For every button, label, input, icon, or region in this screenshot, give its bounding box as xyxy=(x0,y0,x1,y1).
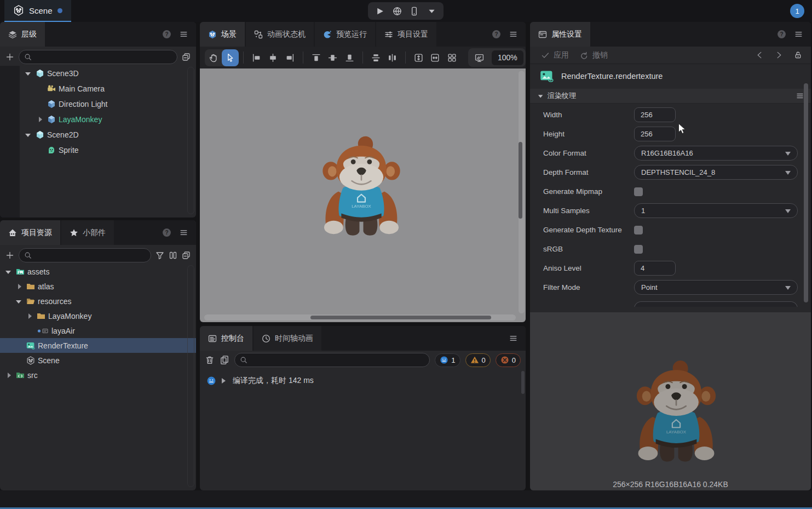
add-node-button[interactable] xyxy=(5,53,14,61)
tab-hierarchy[interactable]: 层级 xyxy=(0,22,46,47)
hierarchy-scrollbar[interactable] xyxy=(187,67,194,214)
undo-button[interactable]: 撤销 xyxy=(580,50,608,60)
stretch-v-button[interactable] xyxy=(410,49,427,66)
add-asset-button[interactable] xyxy=(5,251,14,260)
expand-arrow-icon[interactable] xyxy=(15,282,24,291)
panel-menu-icon[interactable] xyxy=(179,228,188,237)
play-options-dropdown-icon[interactable] xyxy=(427,7,436,16)
tab-project-settings[interactable]: 项目设置 xyxy=(376,22,437,47)
layamonkey-model[interactable] xyxy=(313,133,410,238)
expand-arrow-icon[interactable] xyxy=(25,312,34,321)
tree-item-main-camera[interactable]: Main Camera xyxy=(20,81,196,96)
assets-scrollbar[interactable] xyxy=(187,265,194,487)
collapse-all-icon[interactable] xyxy=(182,251,191,260)
history-forward-icon[interactable] xyxy=(775,51,783,59)
tree-item-rendertexture[interactable]: RenderTexture xyxy=(0,338,196,353)
collapse-arrow-icon[interactable] xyxy=(24,130,33,139)
panel-menu-icon[interactable] xyxy=(509,334,518,343)
stretch-h-button[interactable] xyxy=(427,49,444,66)
collapse-all-icon[interactable] xyxy=(182,53,191,61)
tree-item-layaair[interactable]: layaAir xyxy=(0,323,196,338)
collapse-arrow-icon[interactable] xyxy=(15,297,24,306)
align-center-h-button[interactable] xyxy=(265,49,282,66)
tree-item-assets[interactable]: assets xyxy=(0,264,196,279)
lock-icon[interactable] xyxy=(794,51,802,59)
tab-property-settings[interactable]: 属性设置 xyxy=(530,22,591,47)
tab-project-resources[interactable]: 项目资源 xyxy=(0,220,61,245)
expand-arrow-icon[interactable] xyxy=(4,371,13,380)
panel-menu-icon[interactable] xyxy=(794,30,803,39)
tab-preview-run[interactable]: 预览运行 xyxy=(315,22,376,47)
align-right-button[interactable] xyxy=(281,49,298,66)
monitor-icon[interactable] xyxy=(470,49,488,66)
align-bottom-button[interactable] xyxy=(341,49,358,66)
tab-console[interactable]: 控制台 xyxy=(200,326,254,351)
inspector-scrollbar[interactable] xyxy=(804,83,808,302)
console-search-input[interactable] xyxy=(234,353,430,367)
tree-item-scene3d[interactable]: Scene3D xyxy=(20,66,196,81)
tab-timeline-animation[interactable]: 时间轴动画 xyxy=(254,326,323,351)
width-input[interactable]: 256 xyxy=(634,107,676,122)
viewport-vertical-scrollbar[interactable] xyxy=(519,71,525,313)
tree-item-scene2d[interactable]: Scene2D xyxy=(20,127,196,142)
collapse-section-arrow[interactable] xyxy=(537,92,545,100)
console-scrollbar[interactable] xyxy=(521,371,525,394)
render-texture-section-header[interactable]: 渲染纹理 xyxy=(530,89,811,104)
generate-depth-texture-checkbox[interactable] xyxy=(634,226,643,235)
help-icon[interactable]: ? xyxy=(162,30,171,39)
tree-item-layamonkey[interactable]: LayaMonkey xyxy=(0,308,196,323)
tab-anim-state-machine[interactable]: 动画状态机 xyxy=(246,22,315,47)
filter-icon[interactable] xyxy=(156,251,164,260)
tab-widgets[interactable]: 小部件 xyxy=(61,220,115,245)
align-top-button[interactable] xyxy=(308,49,325,66)
browser-preview-button[interactable] xyxy=(393,7,402,16)
history-back-icon[interactable] xyxy=(756,51,764,59)
panel-menu-icon[interactable] xyxy=(179,30,188,39)
srgb-checkbox[interactable] xyxy=(634,245,643,254)
collapse-arrow-icon[interactable] xyxy=(24,69,33,78)
info-count-badge[interactable]: 1 xyxy=(435,353,460,367)
color-format-select[interactable]: R16G16B16A16 xyxy=(634,146,798,161)
zoom-level-value[interactable]: 100% xyxy=(492,50,523,65)
tree-item-atlas[interactable]: atlas xyxy=(0,279,196,294)
multi-samples-select[interactable]: 1 xyxy=(634,203,798,218)
play-button[interactable] xyxy=(375,7,384,16)
tree-item-scene[interactable]: Scene xyxy=(0,353,196,368)
expand-log-arrow[interactable] xyxy=(222,378,228,384)
filter-mode-select[interactable]: Point xyxy=(634,280,798,295)
tree-item-sprite[interactable]: Sprite xyxy=(20,142,196,158)
generate-mipmap-checkbox[interactable] xyxy=(634,187,643,196)
tab-scene[interactable]: 场景 xyxy=(200,22,246,47)
notification-badge[interactable]: 1 xyxy=(790,4,804,18)
tree-item-resources[interactable]: resources xyxy=(0,294,196,308)
distribute-h-button[interactable] xyxy=(384,49,401,66)
scene-document-tab[interactable]: Scene xyxy=(4,0,71,22)
help-icon[interactable]: ? xyxy=(777,30,786,39)
split-view-icon[interactable] xyxy=(169,251,177,260)
height-input[interactable]: 256 xyxy=(634,127,676,141)
help-icon[interactable]: ? xyxy=(162,228,171,237)
mobile-preview-button[interactable] xyxy=(410,7,419,16)
expand-arrow-icon[interactable] xyxy=(36,115,44,124)
tree-item-src[interactable]: src xyxy=(0,368,196,382)
viewport-horizontal-scrollbar-thumb[interactable] xyxy=(310,316,491,319)
hand-tool-button[interactable] xyxy=(205,49,222,66)
align-left-button[interactable] xyxy=(248,49,265,66)
depth-format-select[interactable]: DEPTHSTENCIL_24_8 xyxy=(634,165,798,180)
tree-item-layamonkey[interactable]: LayaMonkey xyxy=(20,112,196,127)
copy-log-button[interactable] xyxy=(220,355,229,365)
collapse-arrow-icon[interactable] xyxy=(4,267,13,276)
warning-count-badge[interactable]: 0 xyxy=(465,353,491,367)
tree-item-direction-light[interactable]: Direction Light xyxy=(20,96,196,112)
align-middle-v-button[interactable] xyxy=(324,49,341,66)
scene-viewport[interactable] xyxy=(200,68,526,322)
section-menu-icon[interactable] xyxy=(796,91,804,100)
error-count-badge[interactable]: 0 xyxy=(496,353,521,367)
apply-button[interactable]: 应用 xyxy=(541,50,569,60)
grid-layout-button[interactable] xyxy=(444,49,460,66)
hierarchy-search-input[interactable] xyxy=(19,50,177,64)
select-tool-button[interactable] xyxy=(222,49,239,66)
console-log-entry[interactable]: 编译完成，耗时 142 ms xyxy=(200,373,526,388)
distribute-v-button[interactable] xyxy=(367,49,384,66)
aniso-level-input[interactable]: 4 xyxy=(634,261,676,276)
